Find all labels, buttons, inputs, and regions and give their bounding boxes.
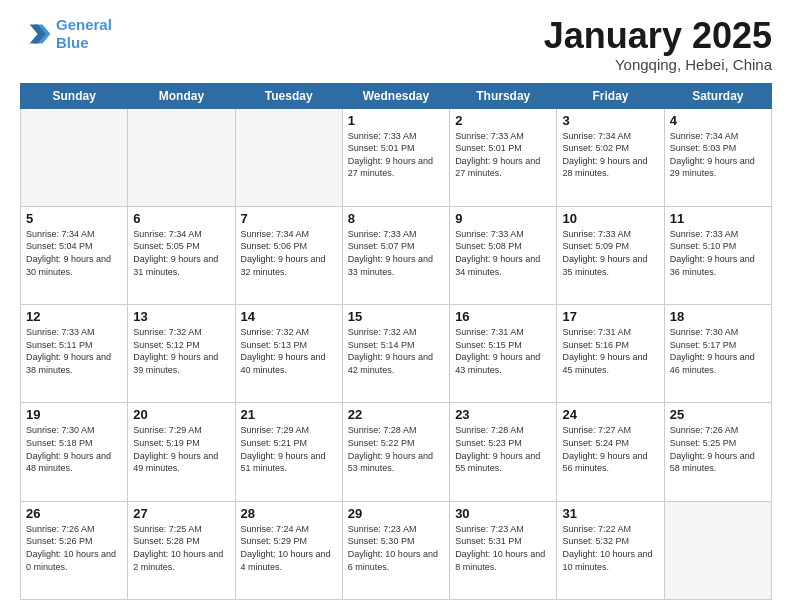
day-number: 27 bbox=[133, 506, 229, 521]
day-info: Sunrise: 7:26 AMSunset: 5:26 PMDaylight:… bbox=[26, 523, 122, 573]
calendar-cell: 31Sunrise: 7:22 AMSunset: 5:32 PMDayligh… bbox=[557, 501, 664, 599]
calendar-cell: 22Sunrise: 7:28 AMSunset: 5:22 PMDayligh… bbox=[342, 403, 449, 501]
day-info: Sunrise: 7:34 AMSunset: 5:06 PMDaylight:… bbox=[241, 228, 337, 278]
day-info: Sunrise: 7:30 AMSunset: 5:17 PMDaylight:… bbox=[670, 326, 766, 376]
day-info: Sunrise: 7:33 AMSunset: 5:01 PMDaylight:… bbox=[348, 130, 444, 180]
day-number: 16 bbox=[455, 309, 551, 324]
day-number: 30 bbox=[455, 506, 551, 521]
calendar-cell: 10Sunrise: 7:33 AMSunset: 5:09 PMDayligh… bbox=[557, 206, 664, 304]
day-number: 8 bbox=[348, 211, 444, 226]
day-number: 7 bbox=[241, 211, 337, 226]
weekday-header: Tuesday bbox=[235, 83, 342, 108]
day-info: Sunrise: 7:32 AMSunset: 5:12 PMDaylight:… bbox=[133, 326, 229, 376]
calendar-cell: 15Sunrise: 7:32 AMSunset: 5:14 PMDayligh… bbox=[342, 305, 449, 403]
day-info: Sunrise: 7:24 AMSunset: 5:29 PMDaylight:… bbox=[241, 523, 337, 573]
calendar-body: 1Sunrise: 7:33 AMSunset: 5:01 PMDaylight… bbox=[21, 108, 772, 599]
day-info: Sunrise: 7:33 AMSunset: 5:01 PMDaylight:… bbox=[455, 130, 551, 180]
day-number: 2 bbox=[455, 113, 551, 128]
day-number: 29 bbox=[348, 506, 444, 521]
calendar-cell: 3Sunrise: 7:34 AMSunset: 5:02 PMDaylight… bbox=[557, 108, 664, 206]
day-info: Sunrise: 7:23 AMSunset: 5:31 PMDaylight:… bbox=[455, 523, 551, 573]
day-number: 20 bbox=[133, 407, 229, 422]
day-number: 1 bbox=[348, 113, 444, 128]
day-info: Sunrise: 7:34 AMSunset: 5:05 PMDaylight:… bbox=[133, 228, 229, 278]
day-number: 14 bbox=[241, 309, 337, 324]
day-number: 18 bbox=[670, 309, 766, 324]
day-number: 5 bbox=[26, 211, 122, 226]
header: General Blue January 2025 Yongqing, Hebe… bbox=[20, 16, 772, 73]
day-info: Sunrise: 7:31 AMSunset: 5:16 PMDaylight:… bbox=[562, 326, 658, 376]
weekday-header: Saturday bbox=[664, 83, 771, 108]
day-number: 10 bbox=[562, 211, 658, 226]
calendar-cell bbox=[21, 108, 128, 206]
day-number: 19 bbox=[26, 407, 122, 422]
calendar-cell: 18Sunrise: 7:30 AMSunset: 5:17 PMDayligh… bbox=[664, 305, 771, 403]
calendar-cell: 2Sunrise: 7:33 AMSunset: 5:01 PMDaylight… bbox=[450, 108, 557, 206]
calendar-cell: 5Sunrise: 7:34 AMSunset: 5:04 PMDaylight… bbox=[21, 206, 128, 304]
calendar-cell bbox=[128, 108, 235, 206]
logo: General Blue bbox=[20, 16, 112, 52]
day-info: Sunrise: 7:22 AMSunset: 5:32 PMDaylight:… bbox=[562, 523, 658, 573]
calendar-cell: 26Sunrise: 7:26 AMSunset: 5:26 PMDayligh… bbox=[21, 501, 128, 599]
day-number: 22 bbox=[348, 407, 444, 422]
day-info: Sunrise: 7:32 AMSunset: 5:14 PMDaylight:… bbox=[348, 326, 444, 376]
day-info: Sunrise: 7:34 AMSunset: 5:02 PMDaylight:… bbox=[562, 130, 658, 180]
calendar-cell: 7Sunrise: 7:34 AMSunset: 5:06 PMDaylight… bbox=[235, 206, 342, 304]
calendar-table: SundayMondayTuesdayWednesdayThursdayFrid… bbox=[20, 83, 772, 600]
day-number: 9 bbox=[455, 211, 551, 226]
title-section: January 2025 Yongqing, Hebei, China bbox=[544, 16, 772, 73]
day-info: Sunrise: 7:27 AMSunset: 5:24 PMDaylight:… bbox=[562, 424, 658, 474]
calendar-cell: 4Sunrise: 7:34 AMSunset: 5:03 PMDaylight… bbox=[664, 108, 771, 206]
weekday-header: Wednesday bbox=[342, 83, 449, 108]
calendar-cell: 21Sunrise: 7:29 AMSunset: 5:21 PMDayligh… bbox=[235, 403, 342, 501]
calendar-cell: 9Sunrise: 7:33 AMSunset: 5:08 PMDaylight… bbox=[450, 206, 557, 304]
calendar-cell: 11Sunrise: 7:33 AMSunset: 5:10 PMDayligh… bbox=[664, 206, 771, 304]
day-number: 4 bbox=[670, 113, 766, 128]
day-number: 25 bbox=[670, 407, 766, 422]
day-info: Sunrise: 7:32 AMSunset: 5:13 PMDaylight:… bbox=[241, 326, 337, 376]
calendar-cell bbox=[235, 108, 342, 206]
calendar-week-row: 19Sunrise: 7:30 AMSunset: 5:18 PMDayligh… bbox=[21, 403, 772, 501]
weekday-header: Monday bbox=[128, 83, 235, 108]
logo-general: General bbox=[56, 16, 112, 33]
calendar-cell: 24Sunrise: 7:27 AMSunset: 5:24 PMDayligh… bbox=[557, 403, 664, 501]
calendar-cell: 12Sunrise: 7:33 AMSunset: 5:11 PMDayligh… bbox=[21, 305, 128, 403]
calendar-cell: 30Sunrise: 7:23 AMSunset: 5:31 PMDayligh… bbox=[450, 501, 557, 599]
calendar-cell: 17Sunrise: 7:31 AMSunset: 5:16 PMDayligh… bbox=[557, 305, 664, 403]
page: General Blue January 2025 Yongqing, Hebe… bbox=[0, 0, 792, 612]
day-number: 3 bbox=[562, 113, 658, 128]
calendar-cell: 8Sunrise: 7:33 AMSunset: 5:07 PMDaylight… bbox=[342, 206, 449, 304]
calendar-week-row: 1Sunrise: 7:33 AMSunset: 5:01 PMDaylight… bbox=[21, 108, 772, 206]
calendar-cell bbox=[664, 501, 771, 599]
header-row: SundayMondayTuesdayWednesdayThursdayFrid… bbox=[21, 83, 772, 108]
weekday-header: Friday bbox=[557, 83, 664, 108]
calendar-title: January 2025 bbox=[544, 16, 772, 56]
day-number: 26 bbox=[26, 506, 122, 521]
calendar-cell: 6Sunrise: 7:34 AMSunset: 5:05 PMDaylight… bbox=[128, 206, 235, 304]
day-info: Sunrise: 7:34 AMSunset: 5:03 PMDaylight:… bbox=[670, 130, 766, 180]
calendar-cell: 29Sunrise: 7:23 AMSunset: 5:30 PMDayligh… bbox=[342, 501, 449, 599]
day-number: 12 bbox=[26, 309, 122, 324]
calendar-cell: 13Sunrise: 7:32 AMSunset: 5:12 PMDayligh… bbox=[128, 305, 235, 403]
calendar-week-row: 26Sunrise: 7:26 AMSunset: 5:26 PMDayligh… bbox=[21, 501, 772, 599]
day-info: Sunrise: 7:33 AMSunset: 5:07 PMDaylight:… bbox=[348, 228, 444, 278]
day-info: Sunrise: 7:28 AMSunset: 5:23 PMDaylight:… bbox=[455, 424, 551, 474]
calendar-cell: 1Sunrise: 7:33 AMSunset: 5:01 PMDaylight… bbox=[342, 108, 449, 206]
calendar-cell: 16Sunrise: 7:31 AMSunset: 5:15 PMDayligh… bbox=[450, 305, 557, 403]
day-number: 13 bbox=[133, 309, 229, 324]
logo-blue: Blue bbox=[56, 34, 89, 51]
logo-icon bbox=[20, 18, 52, 50]
calendar-cell: 20Sunrise: 7:29 AMSunset: 5:19 PMDayligh… bbox=[128, 403, 235, 501]
calendar-cell: 14Sunrise: 7:32 AMSunset: 5:13 PMDayligh… bbox=[235, 305, 342, 403]
weekday-header: Thursday bbox=[450, 83, 557, 108]
logo-text: General Blue bbox=[56, 16, 112, 52]
day-info: Sunrise: 7:23 AMSunset: 5:30 PMDaylight:… bbox=[348, 523, 444, 573]
calendar-cell: 23Sunrise: 7:28 AMSunset: 5:23 PMDayligh… bbox=[450, 403, 557, 501]
day-info: Sunrise: 7:25 AMSunset: 5:28 PMDaylight:… bbox=[133, 523, 229, 573]
day-number: 23 bbox=[455, 407, 551, 422]
day-info: Sunrise: 7:33 AMSunset: 5:11 PMDaylight:… bbox=[26, 326, 122, 376]
day-number: 6 bbox=[133, 211, 229, 226]
calendar-week-row: 5Sunrise: 7:34 AMSunset: 5:04 PMDaylight… bbox=[21, 206, 772, 304]
calendar-subtitle: Yongqing, Hebei, China bbox=[544, 56, 772, 73]
calendar-cell: 28Sunrise: 7:24 AMSunset: 5:29 PMDayligh… bbox=[235, 501, 342, 599]
